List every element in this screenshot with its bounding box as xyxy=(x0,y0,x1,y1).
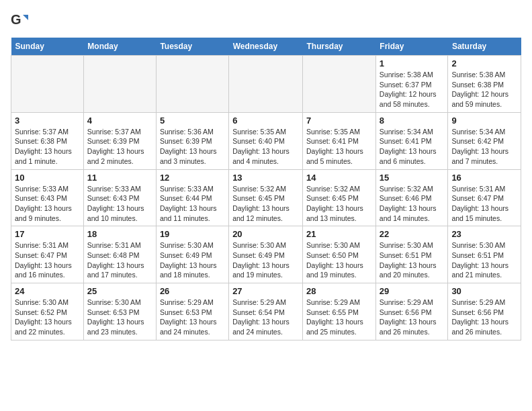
cal-cell xyxy=(156,56,228,113)
cal-cell: 20Sunrise: 5:30 AM Sunset: 6:49 PM Dayli… xyxy=(229,226,303,283)
cal-cell: 9Sunrise: 5:34 AM Sunset: 6:42 PM Daylig… xyxy=(448,112,521,169)
day-number: 26 xyxy=(160,286,225,296)
cal-cell: 16Sunrise: 5:31 AM Sunset: 6:47 PM Dayli… xyxy=(448,169,521,226)
day-header-thursday: Thursday xyxy=(303,38,376,56)
day-number: 30 xyxy=(451,286,517,296)
cal-cell: 29Sunrise: 5:29 AM Sunset: 6:56 PM Dayli… xyxy=(375,283,448,340)
day-info: Sunrise: 5:33 AM Sunset: 6:44 PM Dayligh… xyxy=(160,184,225,224)
cal-cell: 8Sunrise: 5:34 AM Sunset: 6:41 PM Daylig… xyxy=(375,112,448,169)
day-header-saturday: Saturday xyxy=(448,38,521,56)
cal-cell: 2Sunrise: 5:38 AM Sunset: 6:38 PM Daylig… xyxy=(448,56,521,113)
day-header-monday: Monday xyxy=(83,38,156,56)
day-number: 28 xyxy=(306,286,372,296)
day-number: 4 xyxy=(87,116,152,126)
day-info: Sunrise: 5:33 AM Sunset: 6:43 PM Dayligh… xyxy=(15,184,80,224)
day-number: 9 xyxy=(451,116,517,126)
day-info: Sunrise: 5:36 AM Sunset: 6:39 PM Dayligh… xyxy=(160,127,225,167)
svg-text:G: G xyxy=(11,12,21,27)
day-number: 1 xyxy=(380,58,445,68)
day-info: Sunrise: 5:29 AM Sunset: 6:56 PM Dayligh… xyxy=(380,298,445,337)
day-info: Sunrise: 5:32 AM Sunset: 6:45 PM Dayligh… xyxy=(306,184,372,224)
day-info: Sunrise: 5:34 AM Sunset: 6:42 PM Dayligh… xyxy=(451,127,517,167)
cal-cell: 12Sunrise: 5:33 AM Sunset: 6:44 PM Dayli… xyxy=(156,169,228,226)
day-info: Sunrise: 5:37 AM Sunset: 6:39 PM Dayligh… xyxy=(87,127,152,167)
cal-cell: 4Sunrise: 5:37 AM Sunset: 6:39 PM Daylig… xyxy=(83,112,156,169)
day-number: 13 xyxy=(232,173,299,183)
day-info: Sunrise: 5:37 AM Sunset: 6:38 PM Dayligh… xyxy=(15,127,80,167)
day-number: 29 xyxy=(380,286,445,296)
cal-cell: 1Sunrise: 5:38 AM Sunset: 6:37 PM Daylig… xyxy=(375,56,448,113)
cal-cell: 28Sunrise: 5:29 AM Sunset: 6:55 PM Dayli… xyxy=(303,283,376,340)
cal-cell: 23Sunrise: 5:30 AM Sunset: 6:51 PM Dayli… xyxy=(448,226,521,283)
day-info: Sunrise: 5:30 AM Sunset: 6:53 PM Dayligh… xyxy=(87,298,152,337)
cal-cell: 11Sunrise: 5:33 AM Sunset: 6:43 PM Dayli… xyxy=(83,169,156,226)
cal-cell: 3Sunrise: 5:37 AM Sunset: 6:38 PM Daylig… xyxy=(11,112,84,169)
day-number: 6 xyxy=(232,116,299,126)
day-number: 5 xyxy=(160,116,225,126)
day-info: Sunrise: 5:30 AM Sunset: 6:52 PM Dayligh… xyxy=(15,298,80,337)
day-number: 3 xyxy=(15,116,80,126)
day-number: 20 xyxy=(232,229,299,239)
day-number: 10 xyxy=(15,173,80,183)
cal-cell xyxy=(83,56,156,113)
day-info: Sunrise: 5:30 AM Sunset: 6:50 PM Dayligh… xyxy=(306,240,372,280)
cal-cell: 26Sunrise: 5:29 AM Sunset: 6:53 PM Dayli… xyxy=(156,283,228,340)
day-info: Sunrise: 5:32 AM Sunset: 6:45 PM Dayligh… xyxy=(232,184,299,224)
cal-cell xyxy=(11,56,84,113)
cal-cell: 7Sunrise: 5:35 AM Sunset: 6:41 PM Daylig… xyxy=(303,112,376,169)
day-info: Sunrise: 5:30 AM Sunset: 6:49 PM Dayligh… xyxy=(232,240,299,280)
day-info: Sunrise: 5:29 AM Sunset: 6:55 PM Dayligh… xyxy=(306,298,372,337)
logo-icon: G xyxy=(11,11,30,30)
page-header: G xyxy=(11,11,521,30)
day-number: 14 xyxy=(306,173,372,183)
day-info: Sunrise: 5:30 AM Sunset: 6:49 PM Dayligh… xyxy=(160,240,225,280)
cal-cell: 25Sunrise: 5:30 AM Sunset: 6:53 PM Dayli… xyxy=(83,283,156,340)
cal-cell xyxy=(229,56,303,113)
day-info: Sunrise: 5:31 AM Sunset: 6:48 PM Dayligh… xyxy=(87,240,152,280)
calendar-table: SundayMondayTuesdayWednesdayThursdayFrid… xyxy=(11,38,521,340)
day-info: Sunrise: 5:35 AM Sunset: 6:40 PM Dayligh… xyxy=(232,127,299,167)
day-number: 25 xyxy=(87,286,152,296)
cal-cell: 15Sunrise: 5:32 AM Sunset: 6:46 PM Dayli… xyxy=(375,169,448,226)
cal-cell: 22Sunrise: 5:30 AM Sunset: 6:51 PM Dayli… xyxy=(375,226,448,283)
cal-cell: 14Sunrise: 5:32 AM Sunset: 6:45 PM Dayli… xyxy=(303,169,376,226)
day-info: Sunrise: 5:33 AM Sunset: 6:43 PM Dayligh… xyxy=(87,184,152,224)
day-number: 12 xyxy=(160,173,225,183)
cal-cell: 5Sunrise: 5:36 AM Sunset: 6:39 PM Daylig… xyxy=(156,112,228,169)
day-header-tuesday: Tuesday xyxy=(156,38,228,56)
cal-cell: 6Sunrise: 5:35 AM Sunset: 6:40 PM Daylig… xyxy=(229,112,303,169)
day-info: Sunrise: 5:30 AM Sunset: 6:51 PM Dayligh… xyxy=(380,240,445,280)
day-header-sunday: Sunday xyxy=(11,38,84,56)
day-info: Sunrise: 5:29 AM Sunset: 6:54 PM Dayligh… xyxy=(232,298,299,337)
day-info: Sunrise: 5:34 AM Sunset: 6:41 PM Dayligh… xyxy=(380,127,445,167)
day-info: Sunrise: 5:31 AM Sunset: 6:47 PM Dayligh… xyxy=(15,240,80,280)
day-number: 8 xyxy=(380,116,445,126)
day-header-wednesday: Wednesday xyxy=(229,38,303,56)
day-number: 27 xyxy=(232,286,299,296)
cal-cell: 13Sunrise: 5:32 AM Sunset: 6:45 PM Dayli… xyxy=(229,169,303,226)
cal-cell: 27Sunrise: 5:29 AM Sunset: 6:54 PM Dayli… xyxy=(229,283,303,340)
day-info: Sunrise: 5:29 AM Sunset: 6:53 PM Dayligh… xyxy=(160,298,225,337)
day-number: 19 xyxy=(160,229,225,239)
day-info: Sunrise: 5:38 AM Sunset: 6:38 PM Dayligh… xyxy=(451,70,517,109)
cal-cell: 24Sunrise: 5:30 AM Sunset: 6:52 PM Dayli… xyxy=(11,283,84,340)
cal-cell xyxy=(303,56,376,113)
day-number: 24 xyxy=(15,286,80,296)
day-number: 15 xyxy=(380,173,445,183)
day-info: Sunrise: 5:30 AM Sunset: 6:51 PM Dayligh… xyxy=(451,240,517,280)
day-number: 18 xyxy=(87,229,152,239)
day-number: 23 xyxy=(451,229,517,239)
day-info: Sunrise: 5:32 AM Sunset: 6:46 PM Dayligh… xyxy=(380,184,445,224)
day-number: 22 xyxy=(380,229,445,239)
day-number: 21 xyxy=(306,229,372,239)
svg-marker-1 xyxy=(23,15,28,20)
day-info: Sunrise: 5:29 AM Sunset: 6:56 PM Dayligh… xyxy=(451,298,517,337)
day-info: Sunrise: 5:31 AM Sunset: 6:47 PM Dayligh… xyxy=(451,184,517,224)
day-number: 17 xyxy=(15,229,80,239)
day-number: 2 xyxy=(451,58,517,68)
cal-cell: 18Sunrise: 5:31 AM Sunset: 6:48 PM Dayli… xyxy=(83,226,156,283)
day-info: Sunrise: 5:35 AM Sunset: 6:41 PM Dayligh… xyxy=(306,127,372,167)
day-info: Sunrise: 5:38 AM Sunset: 6:37 PM Dayligh… xyxy=(380,70,445,109)
day-number: 16 xyxy=(451,173,517,183)
cal-cell: 21Sunrise: 5:30 AM Sunset: 6:50 PM Dayli… xyxy=(303,226,376,283)
